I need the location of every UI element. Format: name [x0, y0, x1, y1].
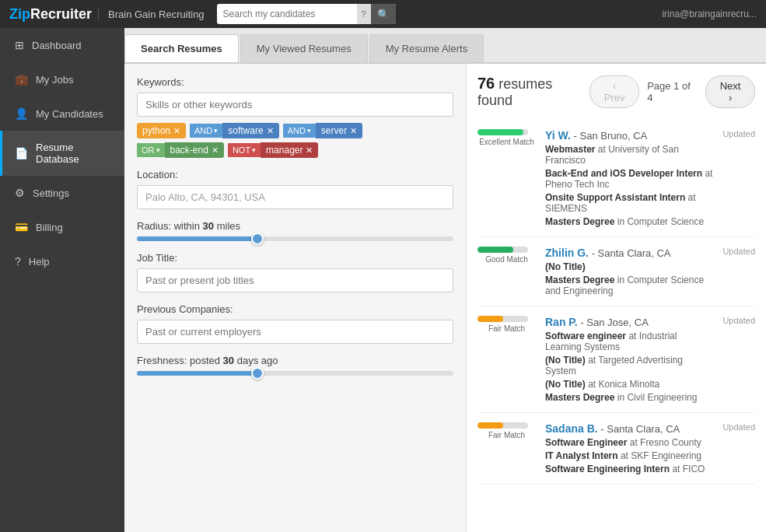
sidebar-icon-billing: 💳: [15, 221, 28, 233]
job-title-input[interactable]: [137, 268, 453, 292]
sidebar-item-settings[interactable]: ⚙Settings: [0, 176, 124, 210]
candidate-info: Yi W. - San Bruno, CA Webmaster at Unive…: [545, 129, 713, 227]
candidate-detail: (No Title) at Konica Minolta: [545, 379, 713, 390]
sidebar-item-dashboard[interactable]: ⊞Dashboard: [0, 28, 124, 62]
updated-text: Updated: [722, 316, 755, 325]
search-submit-button[interactable]: 🔍: [371, 4, 396, 24]
match-bar: [477, 129, 523, 135]
sidebar: ⊞Dashboard💼My Jobs👤My Candidates📄Resume …: [0, 28, 124, 532]
search-panel: Keywords: python ✕ AND ▾: [124, 64, 467, 532]
radius-slider-thumb[interactable]: [251, 233, 264, 245]
location-label: Location:: [137, 169, 453, 180]
tag-not-manager[interactable]: NOT ▾ manager ✕: [228, 142, 319, 158]
match-bar-container: [477, 247, 528, 253]
candidate-detail: Onsite Support Assistant Intern at SIEME…: [545, 192, 713, 214]
tab-my-viewed-resumes[interactable]: My Viewed Resumes: [240, 34, 368, 62]
candidate-card: Excellent Match Yi W. - San Bruno, CA We…: [477, 120, 755, 237]
search-help-button[interactable]: ?: [357, 4, 371, 24]
keywords-input[interactable]: [137, 93, 453, 117]
operator-not-manager[interactable]: NOT ▾: [228, 143, 261, 157]
radius-value: 30: [203, 220, 214, 232]
operator-and-server[interactable]: AND ▾: [283, 124, 316, 138]
sidebar-item-resume-database[interactable]: 📄Resume Database: [0, 131, 124, 176]
keyword-backend: back-end ✕: [165, 142, 224, 158]
recruiter-part: Recruiter: [30, 6, 92, 22]
operator-and-software[interactable]: AND ▾: [190, 124, 222, 138]
keywords-label: Keywords:: [137, 76, 453, 88]
sidebar-label-help: Help: [29, 256, 50, 268]
previous-companies-section: Previous Companies:: [137, 303, 453, 344]
tag-and-software[interactable]: AND ▾ software ✕: [190, 123, 279, 138]
keywords-section: Keywords: python ✕ AND ▾: [137, 76, 453, 158]
sidebar-item-help[interactable]: ?Help: [0, 244, 124, 278]
previous-companies-input[interactable]: [137, 320, 453, 344]
zip-part: Zip: [9, 6, 30, 22]
keyword-manager-remove[interactable]: ✕: [306, 145, 313, 156]
freshness-slider-track[interactable]: [137, 371, 453, 376]
candidate-detail: (No Title): [545, 261, 713, 272]
search-candidates-input[interactable]: [217, 9, 357, 19]
prev-button[interactable]: ‹ Prev: [589, 75, 639, 108]
candidate-name[interactable]: Yi W.: [545, 129, 571, 142]
operator-or-backend[interactable]: OR ▾: [137, 143, 165, 157]
radius-slider-fill: [137, 236, 257, 241]
candidate-name[interactable]: Ran P.: [545, 316, 578, 328]
match-bar-container: [477, 422, 528, 429]
tab-search-resumes[interactable]: Search Resumes: [124, 34, 239, 62]
candidate-card: Fair Match Ran P. - San Jose, CA Softwar…: [477, 306, 755, 413]
updated-text: Updated: [722, 247, 755, 256]
match-label: Good Match: [477, 255, 536, 264]
tag-and-server[interactable]: AND ▾ server ✕: [283, 123, 363, 138]
match-bar: [477, 247, 513, 253]
candidate-location: - Santa Clara, CA: [600, 423, 680, 435]
candidate-detail: Software engineer at Industrial Learning…: [545, 331, 713, 352]
keyword-backend-remove[interactable]: ✕: [212, 145, 219, 156]
sidebar-icon-my-candidates: 👤: [15, 107, 28, 120]
candidate-detail: Back-End and iOS Developer Intern at Phe…: [545, 168, 713, 190]
radius-section: Radius: within 30 miles: [137, 220, 453, 241]
job-title-section: Job Title:: [137, 252, 453, 292]
keyword-software-remove[interactable]: ✕: [267, 126, 274, 136]
candidate-detail: Masters Degree in Computer Science and E…: [545, 275, 713, 296]
candidate-name[interactable]: Sadana B.: [545, 422, 598, 435]
sidebar-icon-settings: ⚙: [15, 187, 25, 199]
keyword-manager: manager ✕: [261, 142, 318, 158]
app-layout: ⊞Dashboard💼My Jobs👤My Candidates📄Resume …: [0, 28, 766, 532]
tag-python[interactable]: python ✕: [137, 123, 186, 138]
job-title-label: Job Title:: [137, 252, 453, 264]
keyword-server-remove[interactable]: ✕: [350, 126, 357, 136]
tag-or-backend[interactable]: OR ▾ back-end ✕: [137, 142, 224, 158]
match-indicator: Excellent Match: [477, 129, 536, 147]
sidebar-item-billing[interactable]: 💳Billing: [0, 210, 124, 244]
candidate-card: Good Match Zhilin G. - Santa Clara, CA (…: [477, 237, 755, 306]
previous-companies-label: Previous Companies:: [137, 303, 453, 315]
candidate-location: - Santa Clara, CA: [592, 247, 671, 259]
sidebar-item-my-jobs[interactable]: 💼My Jobs: [0, 62, 124, 96]
results-count: 76 resumes found: [477, 75, 589, 109]
candidate-location: - San Jose, CA: [580, 317, 648, 328]
pagination: ‹ Prev Page 1 of 4 Next ›: [589, 75, 755, 108]
top-navigation: ZipRecruiter Brain Gain Recruiting ? 🔍 i…: [0, 0, 766, 28]
tag-python-remove[interactable]: ✕: [173, 126, 180, 136]
match-bar: [477, 316, 503, 322]
match-indicator: Fair Match: [477, 316, 536, 334]
keyword-server: server ✕: [316, 123, 362, 138]
candidate-name[interactable]: Zhilin G.: [545, 247, 589, 259]
tabs-bar: Search ResumesMy Viewed ResumesMy Resume…: [124, 28, 766, 64]
tab-my-resume-alerts[interactable]: My Resume Alerts: [369, 34, 484, 62]
sidebar-icon-dashboard: ⊞: [15, 39, 24, 51]
candidate-detail: Webmaster at University of San Francisco: [545, 144, 713, 166]
sidebar-label-dashboard: Dashboard: [32, 40, 82, 51]
freshness-slider-fill: [137, 371, 257, 376]
radius-slider-track[interactable]: [137, 236, 453, 241]
freshness-slider-thumb[interactable]: [251, 367, 264, 380]
sidebar-icon-help: ?: [15, 255, 21, 268]
match-indicator: Fair Match: [477, 422, 536, 440]
location-input[interactable]: [137, 185, 453, 209]
results-panel: 76 resumes found ‹ Prev Page 1 of 4 Next…: [467, 64, 766, 532]
match-label: Fair Match: [477, 324, 536, 334]
sidebar-icon-my-jobs: 💼: [15, 73, 28, 86]
search-candidates-bar[interactable]: ? 🔍: [217, 4, 396, 24]
next-button[interactable]: Next ›: [705, 75, 755, 108]
sidebar-item-my-candidates[interactable]: 👤My Candidates: [0, 96, 124, 131]
